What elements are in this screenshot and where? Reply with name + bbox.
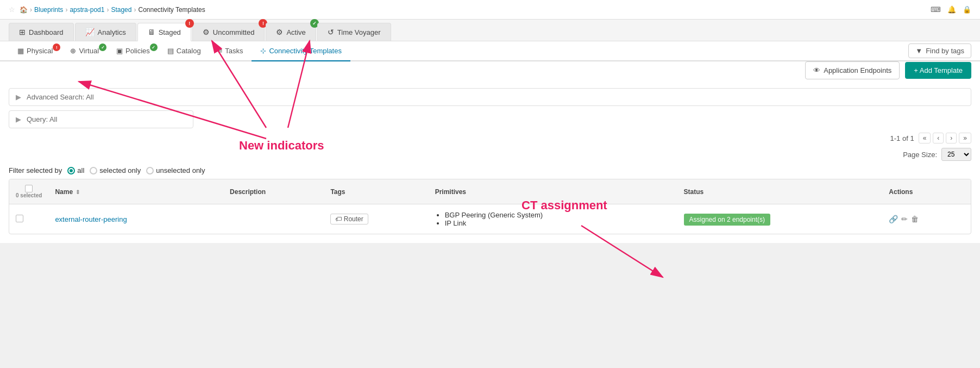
selected-count: 0 selected bbox=[16, 192, 42, 198]
subtab-virtual-label: Virtual bbox=[79, 47, 99, 55]
page-size-row: Page Size: 25 50 100 bbox=[9, 148, 971, 161]
query-bar[interactable]: ▶ Query: All bbox=[9, 110, 193, 128]
filter-unselected-radio[interactable] bbox=[146, 167, 154, 174]
advanced-search-label: Advanced Search: All bbox=[27, 93, 94, 101]
catalog-icon: ▤ bbox=[167, 47, 174, 55]
row-checkbox[interactable] bbox=[16, 215, 23, 222]
filter-icon: ▼ bbox=[915, 47, 922, 55]
breadcrumb-home[interactable]: 🏠 bbox=[20, 6, 28, 14]
subtab-policies-label: Policies bbox=[125, 47, 150, 55]
prev-page-button[interactable]: ‹ bbox=[933, 133, 944, 144]
subtab-catalog[interactable]: ▤ Catalog bbox=[159, 41, 210, 61]
query-section: ▶ Query: All bbox=[9, 110, 971, 128]
dashboard-icon: ⊞ bbox=[19, 28, 26, 36]
row-primitives-cell: BGP Peering (Generic System)IP Link bbox=[429, 204, 677, 234]
subtab-physical-label: Physical bbox=[27, 47, 53, 55]
tab-dashboard[interactable]: ⊞ Dashboard bbox=[9, 23, 74, 41]
breadcrumb-current: Connectivity Templates bbox=[138, 6, 205, 14]
filter-all-text: all bbox=[77, 166, 84, 174]
pagination-bar: 1-1 of 1 « ‹ › » bbox=[9, 133, 971, 144]
staged-indicator: ! bbox=[185, 19, 194, 28]
filter-unselected-label[interactable]: unselected only bbox=[146, 166, 205, 174]
time-voyager-icon: ↺ bbox=[328, 28, 334, 36]
table-row: external-router-peering🏷 RouterBGP Peeri… bbox=[9, 204, 971, 234]
virtual-indicator: ✓ bbox=[99, 43, 106, 51]
subtab-connectivity-templates[interactable]: ⊹ Connectivity Templates bbox=[252, 41, 350, 61]
main-tabs: ⊞ Dashboard 📈 Analytics ! 🖥 Staged ! ⚙ U… bbox=[0, 20, 980, 41]
physical-indicator: ! bbox=[53, 43, 60, 51]
filter-all-label[interactable]: all bbox=[67, 166, 84, 174]
th-primitives: Primitives bbox=[429, 179, 677, 204]
filter-bar: Filter selected by all selected only uns… bbox=[9, 166, 971, 174]
primitive-item: IP Link bbox=[445, 219, 671, 227]
tab-time-voyager-label: Time Voyager bbox=[337, 28, 381, 36]
analytics-icon: 📈 bbox=[85, 28, 95, 36]
app-endpoints-button[interactable]: 👁 Application Endpoints bbox=[805, 61, 900, 79]
add-template-button[interactable]: + Add Template bbox=[905, 62, 971, 79]
row-tags-cell: 🏷 Router bbox=[324, 204, 428, 234]
checkbox-box[interactable] bbox=[25, 185, 33, 192]
th-name: Name ⇕ bbox=[48, 179, 223, 204]
breadcrumb-blueprints[interactable]: Blueprints bbox=[34, 6, 63, 14]
th-checkbox: 0 selected bbox=[9, 179, 48, 204]
advanced-search-bar[interactable]: ▶ Advanced Search: All bbox=[9, 88, 971, 106]
th-tags: Tags bbox=[324, 179, 428, 204]
settings-icon[interactable]: 🔔 bbox=[947, 5, 956, 14]
link-icon[interactable]: 🔗 bbox=[889, 215, 898, 223]
row-name-link[interactable]: external-router-peering bbox=[55, 215, 127, 223]
find-by-tags-button[interactable]: ▼ Find by tags bbox=[908, 43, 971, 58]
subtab-policies[interactable]: ✓ ▣ Policies bbox=[108, 41, 159, 61]
policies-icon: ▣ bbox=[116, 47, 123, 55]
add-template-label: + Add Template bbox=[914, 66, 963, 74]
tab-analytics[interactable]: 📈 Analytics bbox=[75, 23, 136, 41]
tab-active[interactable]: ✓ ⚙ Active bbox=[266, 23, 316, 41]
filter-unselected-text: unselected only bbox=[156, 166, 205, 174]
top-bar: ☆ 🏠 › Blueprints › apstra-pod1 › Staged … bbox=[0, 0, 980, 20]
sort-icon[interactable]: ⇕ bbox=[76, 189, 80, 195]
advanced-search-section: ▶ Advanced Search: All bbox=[9, 88, 971, 106]
breadcrumb-staged[interactable]: Staged bbox=[111, 6, 131, 14]
last-page-button[interactable]: » bbox=[959, 133, 971, 144]
edit-icon[interactable]: ✏ bbox=[901, 215, 908, 223]
filter-label: Filter selected by bbox=[9, 166, 62, 174]
staged-icon: 🖥 bbox=[148, 28, 155, 36]
page-size-label: Page Size: bbox=[903, 151, 937, 159]
tab-dashboard-label: Dashboard bbox=[29, 28, 64, 36]
row-actions-cell: 🔗 ✏ 🗑 bbox=[882, 204, 971, 234]
th-status: Status bbox=[677, 179, 883, 204]
sub-tabs: ! ▦ Physical ✓ ⊕ Virtual ✓ ▣ Policies ▤ … bbox=[0, 41, 980, 61]
tab-time-voyager[interactable]: ↺ Time Voyager bbox=[317, 23, 391, 41]
virtual-icon: ⊕ bbox=[70, 47, 76, 55]
subtab-ct-label: Connectivity Templates bbox=[269, 47, 341, 55]
next-page-button[interactable]: › bbox=[946, 133, 957, 144]
tab-staged-label: Staged bbox=[159, 28, 181, 36]
filter-selected-text: selected only bbox=[99, 166, 141, 174]
tasks-icon: ≡ bbox=[218, 47, 223, 55]
subtab-physical[interactable]: ! ▦ Physical bbox=[9, 41, 61, 61]
tab-analytics-label: Analytics bbox=[98, 28, 126, 36]
delete-icon[interactable]: 🗑 bbox=[911, 215, 919, 223]
pagination-range: 1-1 of 1 bbox=[890, 134, 914, 142]
tab-staged[interactable]: ! 🖥 Staged bbox=[137, 23, 191, 41]
connectivity-icon: ⊹ bbox=[260, 47, 266, 55]
lock-icon[interactable]: 🔒 bbox=[963, 5, 971, 14]
select-all-checkbox[interactable]: 0 selected bbox=[16, 185, 42, 198]
first-page-button[interactable]: « bbox=[919, 133, 931, 144]
action-bar: 👁 Application Endpoints + Add Template bbox=[9, 61, 971, 79]
page-size-select[interactable]: 25 50 100 bbox=[941, 148, 971, 161]
subtab-virtual[interactable]: ✓ ⊕ Virtual bbox=[61, 41, 108, 61]
subtab-catalog-label: Catalog bbox=[177, 47, 201, 55]
th-actions: Actions bbox=[882, 179, 971, 204]
filter-all-radio[interactable] bbox=[67, 167, 75, 174]
filter-selected-label[interactable]: selected only bbox=[90, 166, 141, 174]
breadcrumb-pod[interactable]: apstra-pod1 bbox=[70, 6, 104, 14]
subtab-tasks[interactable]: ≡ Tasks bbox=[210, 41, 252, 61]
terminal-icon[interactable]: ⌨ bbox=[931, 5, 941, 14]
star-icon[interactable]: ☆ bbox=[9, 5, 15, 14]
main-content: 👁 Application Endpoints + Add Template ▶… bbox=[0, 61, 980, 243]
filter-selected-radio[interactable] bbox=[90, 167, 97, 174]
tab-uncommitted[interactable]: ! ⚙ Uncommitted bbox=[192, 23, 265, 41]
row-description-cell bbox=[223, 204, 324, 234]
row-name-cell: external-router-peering bbox=[48, 204, 223, 234]
pagination-controls: « ‹ › » bbox=[919, 133, 971, 144]
